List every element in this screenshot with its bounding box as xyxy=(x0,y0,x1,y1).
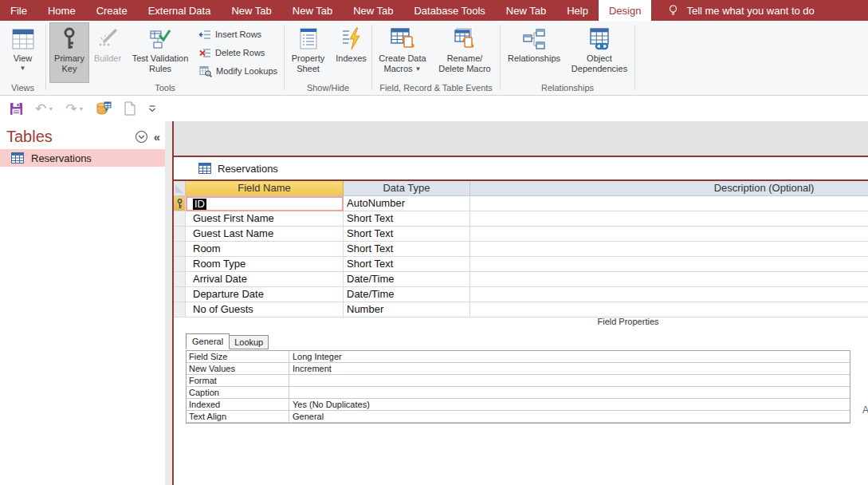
data-type-cell[interactable]: Short Text xyxy=(344,257,470,272)
tab-general[interactable]: General xyxy=(186,333,230,349)
property-name[interactable]: Field Size xyxy=(187,351,289,363)
property-name[interactable]: Text Align xyxy=(187,411,289,423)
data-type-cell-id[interactable]: AutoNumber xyxy=(344,196,470,211)
ribbon-group-tools: Primary Key Builder xyxy=(46,21,284,95)
group-label-events: Field, Record & Table Events xyxy=(372,83,500,95)
property-value[interactable]: Long Integer xyxy=(289,351,850,363)
row-selector[interactable] xyxy=(174,257,186,272)
customize-toolbar-button[interactable] xyxy=(147,104,157,113)
undo-caret-icon[interactable]: ▼ xyxy=(48,106,53,112)
property-name[interactable]: Indexed xyxy=(187,399,289,411)
nav-shutter-collapse-icon[interactable]: « xyxy=(154,130,160,144)
data-type-cell[interactable]: Short Text xyxy=(344,242,470,257)
description-cell[interactable] xyxy=(470,302,868,317)
tab-home[interactable]: Home xyxy=(37,0,86,21)
redo-caret-icon[interactable]: ▼ xyxy=(78,106,84,112)
property-value[interactable]: Increment xyxy=(289,363,850,375)
tab-new-tab-2[interactable]: New Tab xyxy=(282,0,343,21)
data-type-cell[interactable]: Short Text xyxy=(344,211,470,227)
column-header-field-name[interactable]: Field Name xyxy=(186,181,344,196)
tab-lookup[interactable]: Lookup xyxy=(230,335,269,349)
field-name-cell[interactable]: Guest First Name xyxy=(186,211,344,227)
row-selector[interactable] xyxy=(174,227,186,242)
tab-new-tab-3[interactable]: New Tab xyxy=(343,0,403,21)
grid-row-arrival-date: Arrival Date Date/Time xyxy=(174,272,868,287)
property-value[interactable]: General xyxy=(289,411,850,423)
field-name-cell[interactable]: Room Type xyxy=(186,257,344,272)
document-tab-reservations[interactable]: Reservations xyxy=(174,157,868,181)
corner-triangle-icon xyxy=(175,185,183,193)
tab-new-tab-4[interactable]: New Tab xyxy=(496,0,556,21)
create-data-macros-label-line2: Macros xyxy=(384,64,413,74)
property-value[interactable] xyxy=(289,387,850,399)
ribbon-group-views: View ▼ Views xyxy=(0,21,45,95)
test-validation-rules-button[interactable]: Test Validation Rules xyxy=(126,22,194,83)
field-name-cell-id[interactable]: ID xyxy=(186,196,344,211)
row-selector[interactable] xyxy=(174,287,186,302)
tab-design[interactable]: Design xyxy=(599,0,651,21)
data-type-cell[interactable]: Short Text xyxy=(344,227,470,242)
relationships-button[interactable]: Relationships xyxy=(502,22,566,83)
key-icon xyxy=(61,26,78,52)
description-cell[interactable] xyxy=(470,196,868,211)
indexes-label: Indexes xyxy=(336,53,367,64)
description-cell[interactable] xyxy=(470,227,868,242)
nav-menu-chevron-icon[interactable] xyxy=(135,130,148,144)
description-cell[interactable] xyxy=(470,257,868,272)
undo-button[interactable]: ↶ ▼ xyxy=(35,102,53,116)
nav-pane-splitter[interactable] xyxy=(165,121,172,485)
create-data-macros-caret-icon[interactable]: ▼ xyxy=(415,66,422,73)
field-name-cell[interactable]: Guest Last Name xyxy=(186,227,344,242)
redo-button[interactable]: ↷ ▼ xyxy=(65,102,84,116)
property-name[interactable]: Caption xyxy=(187,387,289,399)
tab-external-data[interactable]: External Data xyxy=(138,0,222,21)
column-header-data-type[interactable]: Data Type xyxy=(344,181,470,196)
new-document-button[interactable] xyxy=(124,101,136,116)
column-header-description[interactable]: Description (Optional) xyxy=(470,181,868,196)
group-label-views: Views xyxy=(0,83,45,95)
property-name[interactable]: Format xyxy=(187,375,289,387)
grid-corner-cell[interactable] xyxy=(174,181,186,196)
tab-database-tools[interactable]: Database Tools xyxy=(403,0,495,21)
data-type-cell[interactable]: Date/Time xyxy=(344,287,470,302)
row-selector[interactable] xyxy=(174,302,186,317)
description-cell[interactable] xyxy=(470,242,868,257)
modify-lookups-button[interactable]: Modify Lookups xyxy=(199,64,277,78)
field-name-cell[interactable]: No of Guests xyxy=(186,302,344,317)
description-cell[interactable] xyxy=(470,272,868,287)
property-sheet-button[interactable]: Property Sheet xyxy=(285,22,332,83)
delete-rows-button[interactable]: Delete Rows xyxy=(199,45,277,60)
row-selector[interactable] xyxy=(174,242,186,257)
tab-file[interactable]: File xyxy=(0,0,37,21)
primary-key-button[interactable]: Primary Key xyxy=(49,22,89,83)
save-button[interactable] xyxy=(10,102,23,116)
row-selector[interactable] xyxy=(174,272,186,287)
row-selector-primary-key[interactable] xyxy=(174,196,186,211)
object-dependencies-button[interactable]: Object Dependencies xyxy=(566,22,633,83)
create-data-macros-button[interactable]: Create Data Macros ▼ xyxy=(374,22,431,83)
view-dropdown-caret-icon[interactable]: ▼ xyxy=(20,65,26,72)
description-cell[interactable] xyxy=(470,211,868,227)
data-type-cell[interactable]: Number xyxy=(344,302,470,317)
description-cell[interactable] xyxy=(470,287,868,302)
import-database-button[interactable] xyxy=(96,101,112,116)
view-button[interactable]: View ▼ xyxy=(4,22,42,83)
property-value[interactable] xyxy=(289,375,850,387)
tab-new-tab-1[interactable]: New Tab xyxy=(221,0,281,21)
field-name-cell[interactable]: Room xyxy=(186,242,344,257)
indexes-button[interactable]: Indexes xyxy=(332,22,371,83)
insert-rows-button[interactable]: Insert Rows xyxy=(199,27,277,41)
builder-button[interactable]: Builder xyxy=(89,22,126,83)
field-name-cell[interactable]: Departure Date xyxy=(186,287,344,302)
property-sheet-label: Property Sheet xyxy=(287,53,330,74)
row-selector[interactable] xyxy=(174,211,186,227)
rename-delete-macro-button[interactable]: Rename/ Delete Macro xyxy=(431,22,498,83)
tab-create[interactable]: Create xyxy=(86,0,138,21)
field-name-cell[interactable]: Arrival Date xyxy=(186,272,344,287)
tell-me-box[interactable]: Tell me what you want to do xyxy=(658,0,823,21)
data-type-cell[interactable]: Date/Time xyxy=(344,272,470,287)
tab-help[interactable]: Help xyxy=(556,0,599,21)
property-name[interactable]: New Values xyxy=(187,363,289,375)
property-value[interactable]: Yes (No Duplicates) xyxy=(289,399,850,411)
nav-item-reservations[interactable]: Reservations xyxy=(0,149,165,167)
